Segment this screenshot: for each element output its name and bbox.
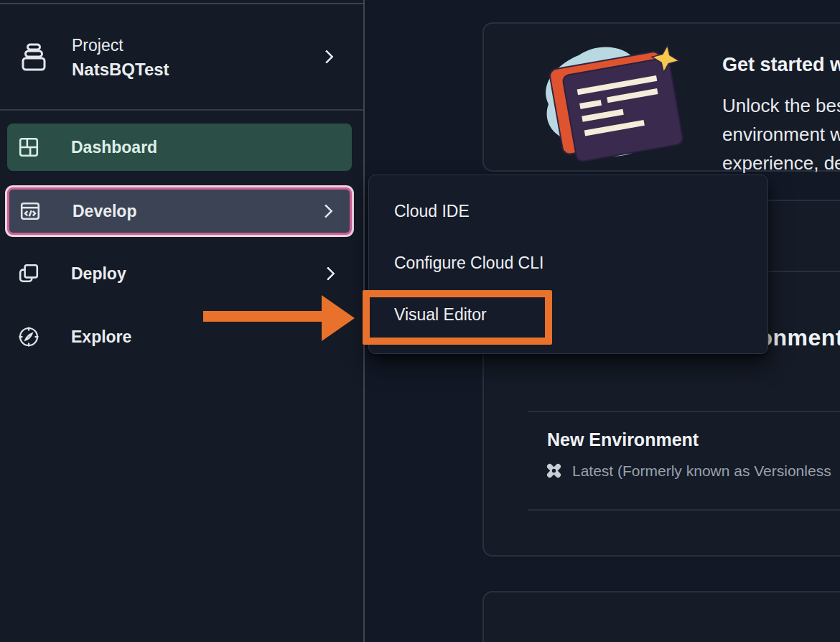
get-started-body-line: Unlock the bes — [722, 91, 840, 120]
get-started-body-line: experience, de — [722, 149, 840, 177]
sidebar-item-dashboard[interactable]: Dashboard — [7, 124, 352, 171]
chevron-right-icon — [319, 204, 333, 218]
environment-name: New Environment — [547, 429, 699, 450]
compass-icon — [18, 326, 39, 348]
environment-version: Latest (Formerly known as Versionless — [544, 461, 831, 480]
project-label: Project — [72, 34, 169, 57]
cloud-ide-illustration — [534, 39, 688, 166]
sidebar-section-divider — [0, 109, 363, 111]
project-name: NatsBQTest — [72, 57, 169, 83]
get-started-title: Get started w — [722, 54, 840, 76]
code-window-icon — [19, 200, 41, 222]
get-started-body-line: environment w — [722, 120, 840, 149]
sidebar-item-develop[interactable]: Develop — [7, 187, 352, 235]
annotation-highlight-rectangle — [363, 290, 552, 345]
chevron-right-icon — [321, 266, 335, 281]
dbt-logo-icon — [544, 461, 564, 480]
get-started-card: Get started w Unlock the bes environment… — [482, 22, 840, 172]
project-text: Project NatsBQTest — [72, 34, 169, 83]
menu-item-cloud-ide[interactable]: Cloud IDE — [369, 185, 767, 237]
partial-card — [482, 591, 840, 642]
app-window: Get started w Unlock the bes environment… — [0, 0, 840, 642]
card-divider — [528, 411, 840, 412]
project-selector[interactable]: Project NatsBQTest — [0, 19, 363, 98]
deploy-squares-icon — [18, 263, 39, 284]
card-divider — [528, 509, 840, 511]
menu-item-configure-cloud-cli[interactable]: Configure Cloud CLI — [369, 237, 767, 289]
sidebar-item-label: Deploy — [71, 264, 126, 284]
annotation-arrow-head — [322, 295, 355, 341]
sidebar-item-label: Explore — [71, 327, 131, 347]
project-stack-icon — [19, 42, 49, 75]
sidebar-item-deploy[interactable]: Deploy — [7, 250, 352, 297]
sidebar-top-divider — [0, 3, 363, 4]
get-started-body: Unlock the bes environment w experience,… — [722, 91, 840, 177]
sidebar-item-label: Dashboard — [71, 138, 157, 157]
environment-version-label: Latest (Formerly known as Versionless — [572, 462, 831, 480]
sidebar-item-label: Develop — [73, 202, 136, 221]
environment-row-new-environment[interactable]: New Environment Latest (Formerly known a… — [484, 420, 840, 509]
annotation-arrow-shaft — [203, 311, 323, 322]
dashboard-grid-icon — [18, 136, 39, 158]
